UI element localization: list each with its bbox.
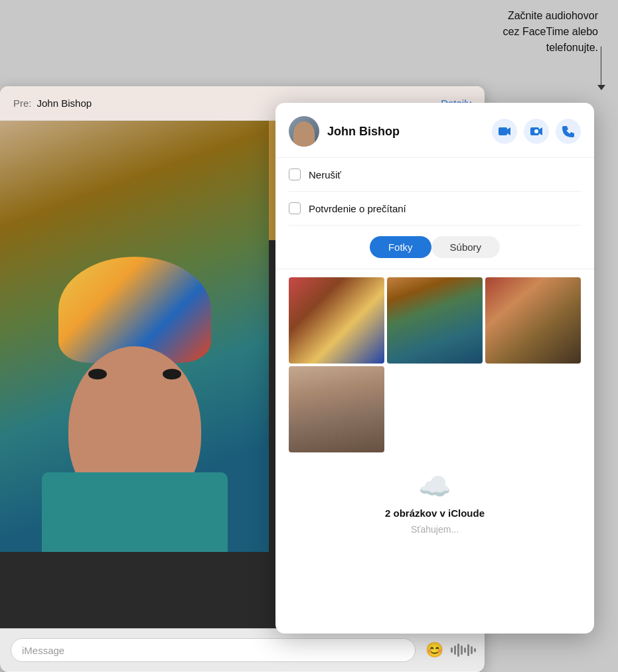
avatar-face [293,121,315,147]
photo-4-image [289,366,384,452]
annotation-area: Začnite audiohovor cez FaceTime alebo te… [339,0,618,86]
right-eye [163,369,181,379]
grid-photo-4[interactable] [289,366,384,452]
photo-1-image [289,277,384,364]
icloud-status: Sťahujem... [411,524,459,535]
annotation-text: Začnite audiohovor cez FaceTime alebo te… [503,8,598,56]
svg-marker-3 [539,127,542,135]
grid-photo-2[interactable] [387,277,483,364]
phone-button[interactable] [556,119,581,144]
panel-options: Nerušiť Potvrdenie o prečítaní [275,158,594,226]
annotation-arrow [597,85,605,90]
photo-3-image [485,277,581,364]
icloud-count: 2 obrázkov v iCloude [385,507,485,519]
grid-photo-3[interactable] [485,277,581,364]
do-not-disturb-label: Nerušiť [309,169,341,180]
face-overlay [29,167,241,552]
read-receipt-row: Potvrdenie o prečítaní [289,192,581,226]
tab-photos[interactable]: Fotky [370,236,431,258]
do-not-disturb-row: Nerušiť [289,158,581,192]
do-not-disturb-checkbox[interactable] [289,168,301,180]
imessage-bar: iMessage 😊 [0,628,485,671]
panel-contact-name: John Bishop [327,125,400,139]
portrait-photo [0,121,269,552]
svg-marker-1 [507,127,510,135]
svg-rect-0 [499,127,507,135]
tab-files[interactable]: Súbory [431,236,501,258]
read-receipt-checkbox[interactable] [289,202,301,214]
avatar [289,116,319,147]
panel-header-left: John Bishop [289,116,400,147]
panel-tabs: Fotky Súbory [275,226,594,269]
panel-photo-grid [275,269,594,460]
emoji-button[interactable]: 😊 [424,639,445,661]
imessage-placeholder: iMessage [22,645,64,656]
facetime-video-button[interactable] [492,119,517,144]
panel-actions [492,119,581,144]
messages-to-field: Pre: John Bishop [13,98,92,109]
portrait-photo-inner [0,121,269,552]
annotation-line [601,46,601,86]
left-eye [88,369,107,379]
icloud-icon: ☁️ [418,471,451,502]
face-eyes [88,369,181,379]
icloud-section: ☁️ 2 obrázkov v iCloude Sťahujem... [275,460,594,545]
facetime-audio-button[interactable] [524,119,549,144]
recipient-name: John Bishop [37,98,92,109]
audio-button[interactable] [453,639,474,661]
svg-point-4 [534,129,538,133]
grid-photo-1[interactable] [289,277,384,364]
read-receipt-label: Potvrdenie o prečítaní [309,203,406,214]
audio-wave-icon [451,643,476,657]
photo-2-image [387,277,483,364]
details-panel: John Bishop [275,103,594,634]
panel-header: John Bishop [275,103,594,158]
to-label: Pre: [13,98,32,109]
imessage-input[interactable]: iMessage [11,638,416,662]
face-body [42,472,228,552]
